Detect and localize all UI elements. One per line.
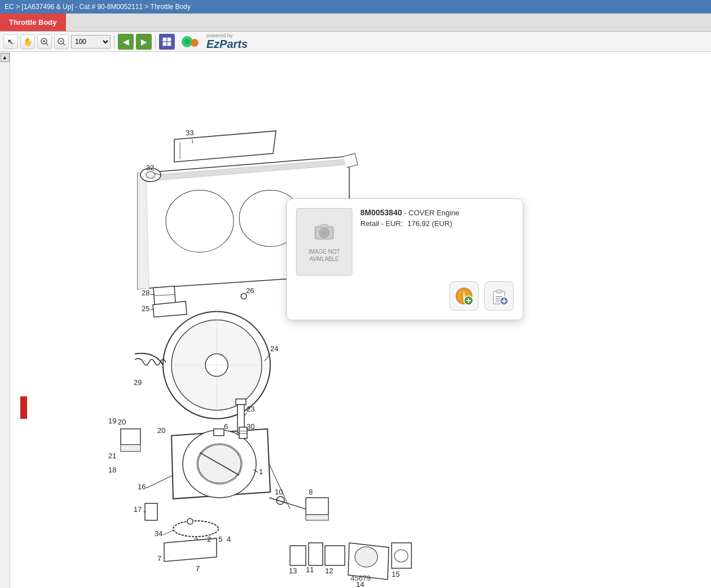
svg-text:15: 15 <box>392 570 400 578</box>
svg-text:4: 4 <box>227 535 231 543</box>
scroll-up-button[interactable]: ▲ <box>1 53 10 62</box>
popup-dash: - <box>402 209 409 217</box>
svg-line-49 <box>146 475 173 488</box>
svg-point-15 <box>146 171 155 178</box>
svg-rect-51 <box>236 399 246 405</box>
image-not-available-text: IMAGE NOTAVAILABLE <box>308 248 340 263</box>
svg-rect-109 <box>496 290 502 293</box>
tab-label: Throttle Body <box>9 18 57 26</box>
svg-text:28: 28 <box>142 289 149 297</box>
main-content: ▲ <box>0 52 711 588</box>
svg-rect-54 <box>239 427 247 439</box>
svg-text:7: 7 <box>157 554 161 563</box>
svg-text:30: 30 <box>246 422 254 431</box>
left-scrollbar[interactable]: ▲ <box>0 52 10 588</box>
toolbar: ↖ ✋ 100 50 75 125 150 200 ◀ ▶ <box>0 32 711 52</box>
svg-text:13: 13 <box>289 567 297 575</box>
svg-rect-89 <box>290 546 306 565</box>
svg-text:6: 6 <box>224 422 228 431</box>
breadcrumb-text: EC > [1A637496 & Up] - Cat.# 90-8M005211… <box>5 3 191 11</box>
popup-part-number: 8M0053840 <box>360 208 402 217</box>
svg-rect-7 <box>163 38 166 41</box>
svg-text:5: 5 <box>218 535 222 543</box>
svg-point-101 <box>321 230 327 236</box>
breadcrumb-bar: EC > [1A637496 & Up] - Cat.# 90-8M005211… <box>0 0 711 14</box>
svg-rect-61 <box>121 445 140 452</box>
ezparts-logo: powered by EzParts <box>182 33 248 50</box>
svg-text:10: 10 <box>275 488 282 496</box>
popup-info-button[interactable]: i <box>449 281 479 311</box>
svg-text:18: 18 <box>108 466 116 474</box>
svg-point-91 <box>355 547 377 567</box>
popup-price-value: 176.92 (EUR) <box>407 219 452 228</box>
svg-rect-87 <box>325 546 345 565</box>
svg-rect-60 <box>121 429 140 445</box>
svg-text:34: 34 <box>154 529 162 538</box>
svg-text:2: 2 <box>207 535 211 543</box>
popup-price-line: Retail - EUR: 176.92 (EUR) <box>360 219 514 228</box>
zoom-select[interactable]: 100 50 75 125 150 200 <box>71 35 111 48</box>
ezparts-name-text: EzParts <box>206 38 248 50</box>
popup-desc-text: COVER Engine <box>409 209 460 217</box>
svg-rect-8 <box>167 38 171 41</box>
svg-text:11: 11 <box>306 565 313 574</box>
svg-rect-66 <box>145 503 157 520</box>
svg-rect-79 <box>306 498 328 515</box>
svg-text:7: 7 <box>196 564 200 573</box>
popup-image-box: IMAGE NOTAVAILABLE <box>296 208 352 276</box>
zoom-in-button[interactable] <box>37 34 52 49</box>
svg-rect-80 <box>306 515 328 520</box>
popup-info: 8M0053840 - COVER Engine Retail - EUR: 1… <box>360 208 514 228</box>
svg-line-1 <box>46 43 48 45</box>
popup-add-button[interactable] <box>484 281 514 311</box>
svg-point-69 <box>173 521 218 537</box>
popup-actions: i <box>296 281 514 311</box>
popup-description: 8M0053840 - COVER Engine <box>360 208 514 217</box>
svg-text:20: 20 <box>118 418 126 426</box>
svg-text:29: 29 <box>134 378 142 387</box>
svg-text:21: 21 <box>108 452 116 460</box>
tab-bar: Throttle Body <box>0 14 711 32</box>
popup-retail-label: Retail - EUR: <box>360 219 403 228</box>
cursor-tool-button[interactable]: ↖ <box>3 34 18 49</box>
toolbar-separator-2 <box>155 36 156 48</box>
side-indicator[interactable] <box>20 396 27 419</box>
svg-text:12: 12 <box>325 567 333 575</box>
next-button[interactable]: ▶ <box>136 34 152 50</box>
svg-text:17: 17 <box>134 505 142 514</box>
active-tab[interactable]: Throttle Body <box>0 14 66 31</box>
label-32: 32 <box>146 163 154 172</box>
svg-rect-102 <box>321 224 328 228</box>
svg-text:1: 1 <box>259 467 263 476</box>
svg-line-71 <box>163 530 173 535</box>
svg-text:8: 8 <box>308 488 312 496</box>
svg-point-94 <box>395 550 408 562</box>
prev-button[interactable]: ◀ <box>118 34 134 50</box>
svg-point-72 <box>187 519 193 524</box>
catalog-number: 45679 <box>350 574 370 582</box>
svg-text:19: 19 <box>108 417 116 425</box>
svg-rect-85 <box>308 543 323 565</box>
grid-button[interactable] <box>159 34 175 50</box>
svg-text:16: 16 <box>138 483 145 491</box>
svg-point-11 <box>166 190 233 252</box>
svg-text:24: 24 <box>270 344 278 353</box>
toolbar-separator-1 <box>114 36 114 48</box>
svg-line-5 <box>63 43 65 45</box>
svg-rect-9 <box>163 42 166 46</box>
popup-card: IMAGE NOTAVAILABLE 8M0053840 - COVER Eng… <box>286 198 523 320</box>
label-33: 33 <box>186 129 193 137</box>
svg-rect-58 <box>214 429 224 436</box>
svg-text:25: 25 <box>142 304 149 313</box>
diagram-area[interactable]: 33 32 27 31 28 26 <box>10 52 711 588</box>
no-image-icon <box>313 221 335 245</box>
svg-text:23: 23 <box>246 405 254 413</box>
svg-rect-10 <box>167 42 171 46</box>
popup-top: IMAGE NOTAVAILABLE 8M0053840 - COVER Eng… <box>296 208 514 276</box>
svg-text:20: 20 <box>157 426 165 435</box>
hand-tool-button[interactable]: ✋ <box>20 34 35 49</box>
svg-text:26: 26 <box>246 286 254 295</box>
zoom-out-button[interactable] <box>54 34 69 49</box>
